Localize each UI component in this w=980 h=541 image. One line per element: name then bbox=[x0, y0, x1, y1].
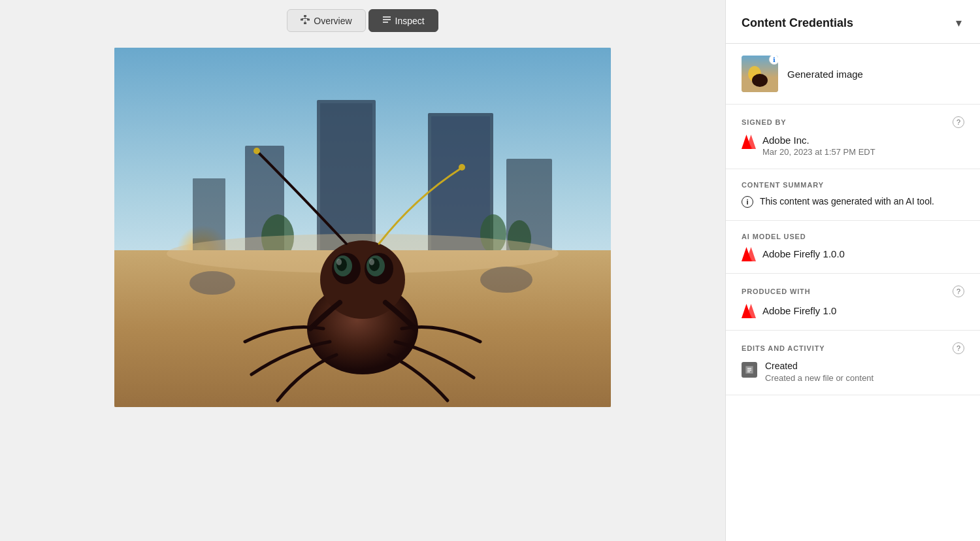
preview-label: Generated image bbox=[787, 69, 863, 80]
svg-rect-14 bbox=[320, 103, 372, 254]
ai-model-row: Adobe Firefly 1.0.0 bbox=[742, 247, 964, 261]
info-icon: i bbox=[742, 196, 753, 208]
preview-thumbnail: ℹ bbox=[742, 56, 778, 92]
ai-model-title: AI MODEL USED bbox=[742, 233, 806, 240]
adobe-logo-icon bbox=[742, 135, 756, 149]
produced-with-name: Adobe Firefly 1.0 bbox=[762, 305, 836, 316]
produced-with-help-icon[interactable]: ? bbox=[953, 286, 964, 297]
svg-rect-0 bbox=[304, 15, 306, 17]
svg-rect-3 bbox=[304, 22, 306, 24]
svg-point-26 bbox=[480, 267, 532, 293]
summary-row: i This content was generated with an AI … bbox=[742, 195, 964, 208]
main-content-area: Overview Inspect bbox=[0, 0, 725, 541]
signed-by-title: SIGNED BY bbox=[742, 118, 786, 126]
credential-badge: ℹ bbox=[769, 56, 778, 65]
edit-row: Created Created a new file or content bbox=[742, 361, 964, 383]
content-summary-title: CONTENT SUMMARY bbox=[742, 181, 824, 189]
svg-point-25 bbox=[189, 271, 235, 295]
svg-point-41 bbox=[752, 74, 768, 87]
svg-point-38 bbox=[459, 164, 465, 171]
tab-bar: Overview Inspect bbox=[287, 0, 438, 41]
edits-activity-header: EDITS AND ACTIVITY ? bbox=[742, 342, 964, 354]
signed-by-section: SIGNED BY ? Adobe Inc. Mar 20, 2023 at 1… bbox=[726, 105, 980, 169]
svg-point-36 bbox=[369, 259, 374, 265]
signed-by-header: SIGNED BY ? bbox=[742, 116, 964, 128]
produced-with-row: Adobe Firefly 1.0 bbox=[742, 304, 964, 318]
generated-image-row: ℹ Generated image bbox=[726, 44, 980, 105]
produced-with-header: PRODUCED WITH ? bbox=[742, 286, 964, 297]
panel-header: Content Credentials ▾ bbox=[726, 0, 980, 44]
tab-overview-label: Overview bbox=[314, 16, 351, 26]
edit-desc: Created a new file or content bbox=[765, 373, 874, 383]
ai-model-section: AI MODEL USED Adobe Firefly 1.0.0 bbox=[726, 221, 980, 274]
overview-icon bbox=[301, 15, 310, 26]
content-summary-header: CONTENT SUMMARY bbox=[742, 181, 964, 189]
tab-inspect[interactable]: Inspect bbox=[368, 9, 438, 32]
produced-with-logo-icon bbox=[742, 304, 756, 318]
tab-inspect-label: Inspect bbox=[395, 16, 425, 26]
background-svg bbox=[114, 48, 611, 407]
side-panel: Content Credentials ▾ ℹ Generated image bbox=[725, 0, 980, 541]
ai-model-header: AI MODEL USED bbox=[742, 233, 964, 240]
panel-collapse-button[interactable]: ▾ bbox=[953, 13, 964, 33]
signed-by-help-icon[interactable]: ? bbox=[953, 116, 964, 128]
main-image bbox=[114, 48, 611, 407]
panel-title: Content Credentials bbox=[742, 16, 853, 30]
inspect-icon bbox=[382, 15, 391, 26]
ai-model-name: Adobe Firefly 1.0.0 bbox=[762, 248, 845, 259]
tab-overview[interactable]: Overview bbox=[287, 9, 365, 32]
svg-point-37 bbox=[253, 148, 260, 154]
edits-help-icon[interactable]: ? bbox=[953, 342, 964, 354]
edits-activity-title: EDITS AND ACTIVITY bbox=[742, 344, 825, 352]
adobe-firefly-logo-icon bbox=[742, 247, 756, 261]
produced-with-section: PRODUCED WITH ? Adobe Firefly 1.0 bbox=[726, 274, 980, 331]
edits-activity-section: EDITS AND ACTIVITY ? Created Created a n… bbox=[726, 331, 980, 395]
produced-with-title: PRODUCED WITH bbox=[742, 287, 811, 295]
edit-title: Created bbox=[765, 361, 874, 371]
signer-row: Adobe Inc. Mar 20, 2023 at 1:57 PM EDT bbox=[742, 135, 964, 157]
content-summary-section: CONTENT SUMMARY i This content was gener… bbox=[726, 169, 980, 221]
signer-date: Mar 20, 2023 at 1:57 PM EDT bbox=[762, 147, 875, 157]
created-icon bbox=[742, 362, 757, 378]
svg-point-35 bbox=[336, 259, 342, 265]
signer-name: Adobe Inc. bbox=[762, 135, 875, 146]
chevron-down-icon: ▾ bbox=[956, 16, 962, 29]
summary-text: This content was generated with an AI to… bbox=[760, 195, 934, 208]
